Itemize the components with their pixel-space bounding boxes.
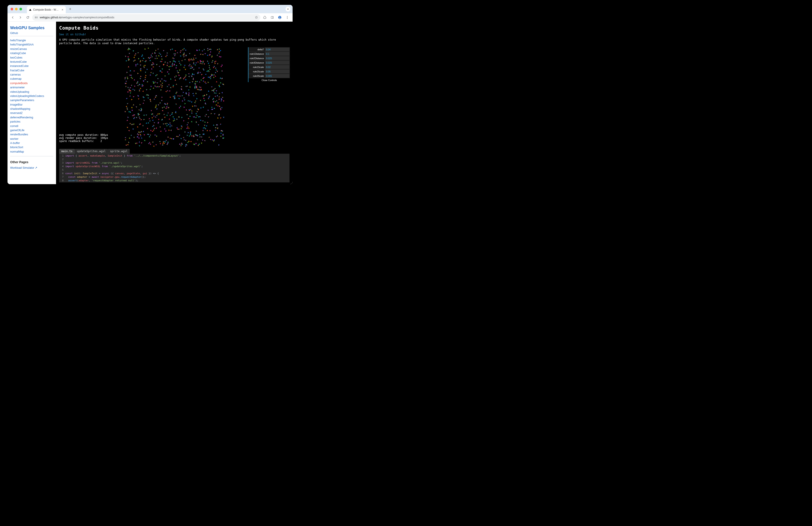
svg-marker-1545 xyxy=(141,75,142,77)
zoom-window-button[interactable] xyxy=(19,8,22,10)
sidebar-sample-link[interactable]: helloTriangleMSAA xyxy=(10,43,34,46)
sidebar-sample-link[interactable]: cubemap xyxy=(10,77,21,80)
sidebar-sample-link[interactable]: fractalCube xyxy=(10,69,24,72)
sidebar-sample-link[interactable]: deferredRendering xyxy=(10,116,33,119)
sidebar-sample-item[interactable]: cubemap xyxy=(10,77,54,81)
gui-row-input[interactable]: 0.025 xyxy=(265,56,290,60)
sidebar-sample-link[interactable]: instancedCube xyxy=(10,65,28,68)
new-tab-button[interactable]: + xyxy=(67,6,73,12)
sidebar-sample-item[interactable]: helloTriangleMSAA xyxy=(10,43,54,47)
extensions-button[interactable] xyxy=(262,14,268,20)
sidebar-sample-item[interactable]: animometer xyxy=(10,85,54,90)
sidebar-sample-item[interactable]: bitonicSort xyxy=(10,145,54,150)
sidebar-sample-item[interactable]: cameras xyxy=(10,73,54,77)
sidebar-sample-item[interactable]: shadowMapping xyxy=(10,107,54,111)
sidebar-sample-link[interactable]: twoCubes xyxy=(10,56,23,59)
sidebar-sample-link[interactable]: A-buffer xyxy=(10,142,20,145)
code-line: 1import { assert, makeSample, SampleInit… xyxy=(59,154,290,158)
gui-row-input[interactable]: 0.1 xyxy=(265,52,290,56)
sidebar-sample-item[interactable]: videoUploadingWebCodecs xyxy=(10,94,54,98)
sidebar-sample-link[interactable]: computeBoids xyxy=(10,82,28,85)
gui-close-button[interactable]: Close Controls xyxy=(248,78,290,82)
forward-button[interactable] xyxy=(17,14,24,20)
gui-row-input[interactable]: 0.005 xyxy=(265,74,290,78)
gui-row-input[interactable]: 0.025 xyxy=(265,61,290,65)
gui-row-input[interactable]: 0.04 xyxy=(265,47,290,51)
svg-marker-1499 xyxy=(147,82,148,83)
code-tab[interactable]: sprite.wgsl xyxy=(108,149,130,154)
sidebar-sample-link[interactable]: resizeCanvas xyxy=(10,47,27,51)
svg-marker-125 xyxy=(202,130,203,132)
sidebar-sample-link[interactable]: reversedZ xyxy=(10,112,23,115)
profile-button[interactable] xyxy=(277,14,283,20)
svg-marker-149 xyxy=(198,73,199,74)
menu-button[interactable] xyxy=(284,14,290,20)
sidebar-sample-item[interactable]: gameOfLife xyxy=(10,128,54,132)
address-bar[interactable]: webgpu.github.io/webgpu-samples/samples/… xyxy=(32,14,260,21)
sidebar-sample-link[interactable]: imageBlur xyxy=(10,103,23,106)
sidebar-sample-link[interactable]: helloTriangle xyxy=(10,39,26,42)
sidebar-sample-link[interactable]: cameras xyxy=(10,73,21,76)
sidebar-sample-link[interactable]: videoUploading xyxy=(10,90,29,94)
site-settings-icon[interactable] xyxy=(34,16,38,19)
gui-row-input[interactable]: 0.05 xyxy=(265,70,290,73)
tab-title: Compute Boids - WebGPU S… xyxy=(33,8,60,11)
sidebar-sample-item[interactable]: texturedCube xyxy=(10,60,54,64)
see-on-github-link[interactable]: See it on Github! xyxy=(59,33,86,36)
sidebar-sample-item[interactable]: A-buffer xyxy=(10,141,54,145)
sidebar-sample-item[interactable]: worker xyxy=(10,137,54,141)
svg-marker-923 xyxy=(172,65,172,67)
code-tab[interactable]: main.ts xyxy=(59,149,75,154)
close-tab-button[interactable]: × xyxy=(61,8,64,11)
sample-list: helloTrianglehelloTriangleMSAAresizeCanv… xyxy=(10,39,54,154)
sidebar-sample-link[interactable]: worker xyxy=(10,137,18,140)
sidebar-sample-item[interactable]: particles xyxy=(10,120,54,124)
sidebar-sample-link[interactable]: bitonicSort xyxy=(10,146,23,149)
sidebar-sample-link[interactable]: renderBundles xyxy=(10,133,28,136)
sidebar-sample-link[interactable]: gameOfLife xyxy=(10,129,25,132)
svg-marker-556 xyxy=(146,69,147,70)
sidebar-sample-item[interactable]: cornell xyxy=(10,124,54,128)
minimize-window-button[interactable] xyxy=(15,8,18,10)
sidebar-sample-item[interactable]: deferredRendering xyxy=(10,115,54,120)
sidebar-sample-item[interactable]: instancedCube xyxy=(10,64,54,68)
sidebar-sample-item[interactable]: samplerParameters xyxy=(10,98,54,102)
sidebar-sample-item[interactable]: renderBundles xyxy=(10,132,54,137)
sidebar-sample-item[interactable]: reversedZ xyxy=(10,111,54,115)
svg-marker-605 xyxy=(188,100,189,102)
sidebar-sample-link[interactable]: videoUploadingWebCodecs xyxy=(10,95,44,98)
sidebar-github-link[interactable]: Github xyxy=(10,32,54,35)
sidebar-sample-item[interactable]: twoCubes xyxy=(10,56,54,60)
code-tab[interactable]: updateSprites.wgsl xyxy=(75,149,108,154)
close-window-button[interactable] xyxy=(11,8,13,10)
sidebar-sample-link[interactable]: rotatingCube xyxy=(10,52,26,55)
sidebar-sample-item[interactable]: videoUploading xyxy=(10,90,54,94)
gui-row-input[interactable]: 0.02 xyxy=(265,65,290,69)
bookmark-star-icon[interactable] xyxy=(255,16,258,19)
svg-marker-137 xyxy=(147,128,148,129)
sidebar-sample-link[interactable]: cornell xyxy=(10,125,18,128)
sidebar-sample-link[interactable]: particles xyxy=(10,120,20,123)
svg-marker-916 xyxy=(169,119,170,120)
back-button[interactable] xyxy=(10,14,16,20)
reload-button[interactable] xyxy=(25,14,31,20)
sidebar-sample-link[interactable]: shadowMapping xyxy=(10,107,30,110)
sidebar-sample-item[interactable]: resizeCanvas xyxy=(10,47,54,51)
sidebar-sample-item[interactable]: normalMap xyxy=(10,150,54,154)
sidebar-sample-link[interactable]: animometer xyxy=(10,86,25,89)
sidebar-sample-link[interactable]: samplerParameters xyxy=(10,99,34,102)
sidebar-sample-link[interactable]: normalMap xyxy=(10,150,24,153)
sidebar-sample-item[interactable]: fractalCube xyxy=(10,69,54,73)
workload-simulator-link[interactable]: Workload Simulator ↗ xyxy=(10,166,37,169)
side-panel-button[interactable] xyxy=(269,14,275,20)
sidebar-sample-item[interactable]: rotatingCube xyxy=(10,51,54,55)
svg-marker-1532 xyxy=(127,92,128,93)
svg-marker-207 xyxy=(161,97,163,98)
svg-marker-1162 xyxy=(218,85,219,86)
sidebar-sample-link[interactable]: texturedCube xyxy=(10,60,27,63)
sidebar-sample-item[interactable]: computeBoids xyxy=(10,81,54,85)
tab-overflow-button[interactable] xyxy=(286,6,290,12)
browser-tab[interactable]: Compute Boids - WebGPU S… × xyxy=(27,6,66,13)
sidebar-sample-item[interactable]: imageBlur xyxy=(10,103,54,107)
sidebar-sample-item[interactable]: helloTriangle xyxy=(10,39,54,43)
